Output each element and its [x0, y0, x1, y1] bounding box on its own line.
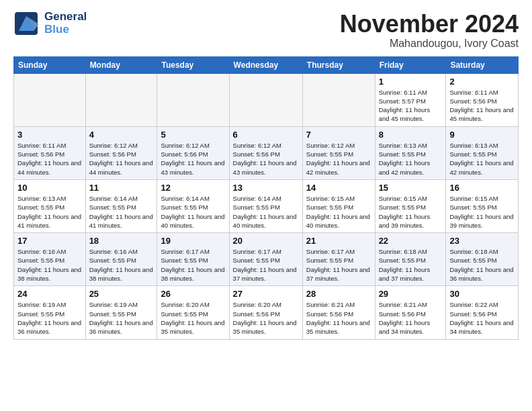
- calendar-cell: 30Sunrise: 6:22 AMSunset: 5:56 PMDayligh…: [446, 286, 519, 339]
- day-number: 22: [379, 236, 443, 246]
- calendar-cell: 26Sunrise: 6:20 AMSunset: 5:55 PMDayligh…: [157, 286, 229, 339]
- calendar-cell: 8Sunrise: 6:13 AMSunset: 5:55 PMDaylight…: [375, 126, 446, 179]
- day-info: Sunrise: 6:11 AMSunset: 5:56 PMDaylight:…: [449, 88, 515, 124]
- calendar-header-sunday: Sunday: [14, 56, 86, 73]
- calendar-cell: 14Sunrise: 6:15 AMSunset: 5:55 PMDayligh…: [302, 179, 375, 232]
- calendar-cell: 3Sunrise: 6:11 AMSunset: 5:56 PMDaylight…: [14, 126, 86, 179]
- day-info: Sunrise: 6:12 AMSunset: 5:56 PMDaylight:…: [233, 141, 299, 177]
- page: General Blue November 2024 Mahandougou, …: [0, 0, 532, 351]
- day-info: Sunrise: 6:17 AMSunset: 5:55 PMDaylight:…: [161, 247, 225, 283]
- day-info: Sunrise: 6:18 AMSunset: 5:55 PMDaylight:…: [379, 247, 443, 283]
- calendar-cell: 15Sunrise: 6:15 AMSunset: 5:55 PMDayligh…: [375, 179, 446, 232]
- calendar-cell: 27Sunrise: 6:20 AMSunset: 5:56 PMDayligh…: [229, 286, 302, 339]
- title-block: November 2024 Mahandougou, Ivory Coast: [340, 11, 519, 50]
- calendar-cell: 20Sunrise: 6:17 AMSunset: 5:55 PMDayligh…: [229, 233, 302, 286]
- day-info: Sunrise: 6:14 AMSunset: 5:55 PMDaylight:…: [161, 194, 225, 230]
- day-number: 6: [233, 130, 299, 140]
- calendar-cell: 12Sunrise: 6:14 AMSunset: 5:55 PMDayligh…: [157, 179, 229, 232]
- calendar-cell: 11Sunrise: 6:14 AMSunset: 5:55 PMDayligh…: [85, 179, 157, 232]
- day-info: Sunrise: 6:19 AMSunset: 5:55 PMDaylight:…: [17, 300, 82, 336]
- calendar-cell: 16Sunrise: 6:15 AMSunset: 5:55 PMDayligh…: [446, 179, 519, 232]
- calendar-cell: 1Sunrise: 6:11 AMSunset: 5:57 PMDaylight…: [375, 73, 446, 126]
- day-info: Sunrise: 6:15 AMSunset: 5:55 PMDaylight:…: [449, 194, 515, 230]
- day-number: 11: [89, 183, 154, 193]
- header: General Blue November 2024 Mahandougou, …: [13, 11, 519, 50]
- calendar-header-wednesday: Wednesday: [229, 56, 302, 73]
- day-info: Sunrise: 6:14 AMSunset: 5:55 PMDaylight:…: [233, 194, 299, 230]
- day-number: 12: [161, 183, 225, 193]
- calendar-cell: 19Sunrise: 6:17 AMSunset: 5:55 PMDayligh…: [157, 233, 229, 286]
- day-number: 27: [233, 289, 299, 299]
- calendar-week-1: 1Sunrise: 6:11 AMSunset: 5:57 PMDaylight…: [14, 73, 519, 126]
- calendar-cell: 6Sunrise: 6:12 AMSunset: 5:56 PMDaylight…: [229, 126, 302, 179]
- day-number: 19: [161, 236, 225, 246]
- calendar-week-3: 10Sunrise: 6:13 AMSunset: 5:55 PMDayligh…: [14, 179, 519, 232]
- day-number: 1: [379, 77, 443, 87]
- day-number: 14: [306, 183, 371, 193]
- calendar-subtitle: Mahandougou, Ivory Coast: [340, 38, 519, 50]
- day-number: 20: [233, 236, 299, 246]
- day-number: 2: [449, 77, 515, 87]
- calendar-cell: 22Sunrise: 6:18 AMSunset: 5:55 PMDayligh…: [375, 233, 446, 286]
- day-info: Sunrise: 6:17 AMSunset: 5:55 PMDaylight:…: [306, 247, 371, 283]
- calendar-header-monday: Monday: [85, 56, 157, 73]
- day-info: Sunrise: 6:16 AMSunset: 5:55 PMDaylight:…: [89, 247, 154, 283]
- day-number: 28: [306, 289, 371, 299]
- day-info: Sunrise: 6:11 AMSunset: 5:57 PMDaylight:…: [379, 88, 443, 124]
- day-number: 23: [449, 236, 515, 246]
- calendar-header-thursday: Thursday: [302, 56, 375, 73]
- day-info: Sunrise: 6:22 AMSunset: 5:56 PMDaylight:…: [449, 300, 515, 336]
- calendar-week-2: 3Sunrise: 6:11 AMSunset: 5:56 PMDaylight…: [14, 126, 519, 179]
- day-number: 15: [379, 183, 443, 193]
- calendar-cell: 23Sunrise: 6:18 AMSunset: 5:55 PMDayligh…: [446, 233, 519, 286]
- calendar-cell: [302, 73, 375, 126]
- calendar-week-4: 17Sunrise: 6:16 AMSunset: 5:55 PMDayligh…: [14, 233, 519, 286]
- day-info: Sunrise: 6:15 AMSunset: 5:55 PMDaylight:…: [306, 194, 371, 230]
- calendar-cell: [14, 73, 86, 126]
- day-number: 26: [161, 289, 225, 299]
- day-info: Sunrise: 6:20 AMSunset: 5:56 PMDaylight:…: [233, 300, 299, 336]
- calendar-cell: 21Sunrise: 6:17 AMSunset: 5:55 PMDayligh…: [302, 233, 375, 286]
- calendar-cell: [157, 73, 229, 126]
- calendar-header-saturday: Saturday: [446, 56, 519, 73]
- logo-blue: Blue: [44, 24, 87, 36]
- logo: General Blue: [13, 11, 87, 36]
- calendar-cell: 5Sunrise: 6:12 AMSunset: 5:56 PMDaylight…: [157, 126, 229, 179]
- calendar-cell: 4Sunrise: 6:12 AMSunset: 5:56 PMDaylight…: [85, 126, 157, 179]
- calendar-header-row: SundayMondayTuesdayWednesdayThursdayFrid…: [14, 56, 519, 73]
- calendar-table: SundayMondayTuesdayWednesdayThursdayFrid…: [13, 56, 519, 340]
- calendar-cell: 2Sunrise: 6:11 AMSunset: 5:56 PMDaylight…: [446, 73, 519, 126]
- day-number: 17: [17, 236, 82, 246]
- calendar-cell: 29Sunrise: 6:21 AMSunset: 5:56 PMDayligh…: [375, 286, 446, 339]
- day-number: 10: [17, 183, 82, 193]
- calendar-week-5: 24Sunrise: 6:19 AMSunset: 5:55 PMDayligh…: [14, 286, 519, 339]
- calendar-cell: 10Sunrise: 6:13 AMSunset: 5:55 PMDayligh…: [14, 179, 86, 232]
- day-info: Sunrise: 6:18 AMSunset: 5:55 PMDaylight:…: [449, 247, 515, 283]
- day-info: Sunrise: 6:12 AMSunset: 5:55 PMDaylight:…: [306, 141, 371, 177]
- day-info: Sunrise: 6:12 AMSunset: 5:56 PMDaylight:…: [161, 141, 225, 177]
- day-number: 18: [89, 236, 154, 246]
- day-info: Sunrise: 6:21 AMSunset: 5:56 PMDaylight:…: [306, 300, 371, 336]
- day-info: Sunrise: 6:13 AMSunset: 5:55 PMDaylight:…: [17, 194, 82, 230]
- day-info: Sunrise: 6:20 AMSunset: 5:55 PMDaylight:…: [161, 300, 225, 336]
- calendar-cell: 24Sunrise: 6:19 AMSunset: 5:55 PMDayligh…: [14, 286, 86, 339]
- day-info: Sunrise: 6:13 AMSunset: 5:55 PMDaylight:…: [379, 141, 443, 177]
- calendar-header-tuesday: Tuesday: [157, 56, 229, 73]
- day-number: 9: [449, 130, 515, 140]
- day-info: Sunrise: 6:17 AMSunset: 5:55 PMDaylight:…: [233, 247, 299, 283]
- logo-icon: [13, 11, 39, 36]
- day-info: Sunrise: 6:14 AMSunset: 5:55 PMDaylight:…: [89, 194, 154, 230]
- day-number: 24: [17, 289, 82, 299]
- calendar-cell: 17Sunrise: 6:16 AMSunset: 5:55 PMDayligh…: [14, 233, 86, 286]
- day-number: 29: [379, 289, 443, 299]
- calendar-cell: [85, 73, 157, 126]
- day-number: 3: [17, 130, 82, 140]
- day-number: 5: [161, 130, 225, 140]
- day-number: 30: [449, 289, 515, 299]
- calendar-cell: [229, 73, 302, 126]
- day-number: 13: [233, 183, 299, 193]
- day-info: Sunrise: 6:12 AMSunset: 5:56 PMDaylight:…: [89, 141, 154, 177]
- day-number: 21: [306, 236, 371, 246]
- day-number: 25: [89, 289, 154, 299]
- calendar-cell: 9Sunrise: 6:13 AMSunset: 5:55 PMDaylight…: [446, 126, 519, 179]
